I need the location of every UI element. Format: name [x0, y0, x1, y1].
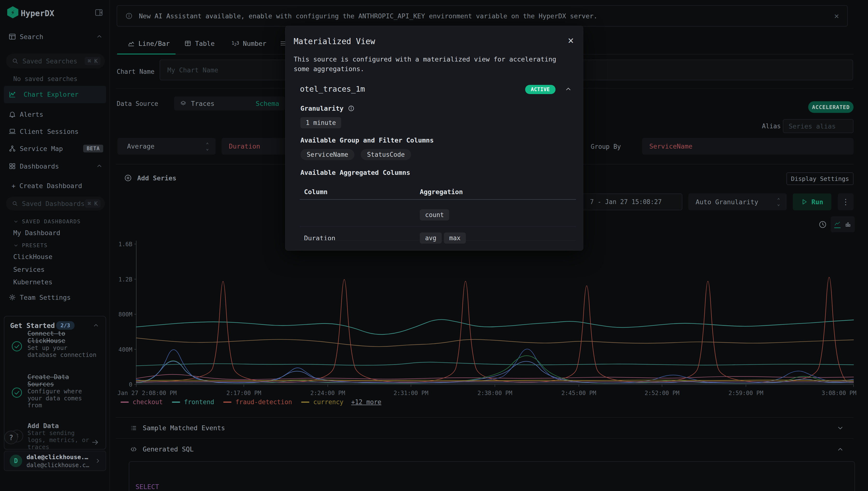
chart-type-toggle [831, 216, 855, 232]
sidebar-item-team-settings[interactable]: Team Settings [0, 290, 110, 305]
tab-line-bar[interactable]: Line/Bar [128, 36, 170, 51]
table-header-divider [300, 199, 576, 200]
legend-item[interactable]: fraud-detection [223, 398, 292, 406]
dashboards-icon [8, 162, 16, 170]
presets-group[interactable]: PRESETS [13, 242, 48, 249]
more-options-button[interactable]: ⋮ [838, 194, 854, 210]
timeseries-chart[interactable]: 1.6B1.2B800M400M0Jan 27 2:08:00 PM2:17:0… [113, 238, 858, 398]
help-button[interactable]: ? [4, 431, 18, 444]
sample-events-section[interactable]: Sample Matched Events [116, 418, 854, 438]
run-button[interactable]: Run [793, 194, 831, 210]
aggregation-value: Average [127, 143, 154, 150]
schema-link[interactable]: Schema [256, 100, 279, 107]
step-desc: traces [28, 443, 89, 451]
arrow-right-icon[interactable] [91, 438, 99, 446]
granularity-row: Granularity [300, 105, 354, 112]
svg-text:2:52:00 PM: 2:52:00 PM [645, 390, 680, 397]
data-source-select[interactable]: Traces Schema [174, 96, 285, 111]
line-chart-toggle-icon[interactable] [834, 221, 840, 228]
chevron-up-icon[interactable] [837, 446, 844, 453]
table-row: count [304, 205, 576, 226]
avatar: D [10, 455, 22, 467]
legend-item[interactable]: checkout [121, 398, 163, 406]
clock-icon[interactable] [818, 221, 827, 229]
sidebar-item-dashboards[interactable]: Dashboards [0, 158, 110, 174]
legend-item[interactable]: currency [301, 398, 343, 406]
service-map-label: Service Map [20, 145, 63, 152]
get-started-title: Get Started [10, 322, 55, 330]
sql-code-block[interactable]: SELECT AVG(toFloat64OrDefault (toString … [129, 461, 855, 491]
sidebar-item-alerts[interactable]: Alerts [0, 107, 110, 122]
banner-close-icon[interactable]: × [834, 11, 839, 21]
alias-placeholder: Series alias [789, 122, 836, 130]
group-by-input[interactable]: ServiceName [642, 138, 854, 154]
get-started-item[interactable]: Connect to ClickHouse Set up your databa… [28, 330, 96, 358]
column-pill: StatusCode [361, 149, 411, 160]
chevron-down-icon[interactable] [837, 425, 844, 432]
step-desc: Configure where [28, 388, 82, 395]
svg-text:0: 0 [129, 381, 132, 388]
generated-sql-section[interactable]: Generated SQL [116, 439, 854, 459]
generated-sql-label: Generated SQL [143, 445, 193, 453]
svg-text:2:17:00 PM: 2:17:00 PM [227, 390, 261, 397]
saved-searches-input[interactable]: Saved Searches ⌘ K [6, 54, 105, 68]
table-tab-icon [184, 40, 191, 47]
group-by-label: Group By [591, 143, 621, 150]
sidebar-item-preset-clickhouse[interactable]: ClickHouse [13, 253, 53, 260]
hyperdx-logo-icon: ⚡ [7, 6, 18, 18]
tab-label: Number [243, 40, 266, 47]
alias-input[interactable]: Series alias [783, 119, 854, 133]
tab-number[interactable]: 123 Number [232, 36, 266, 51]
data-source-value: Traces [191, 100, 215, 107]
saved-dashboards-input[interactable]: Saved Dashboards ⌘ K [6, 197, 105, 210]
chevron-up-icon[interactable] [93, 322, 99, 329]
sidebar-item-service-map[interactable]: Service Map BETA [0, 141, 110, 156]
alerts-label: Alerts [20, 111, 43, 118]
laptop-icon [8, 127, 16, 135]
check-circle-icon [10, 386, 23, 399]
chevron-up-icon[interactable] [96, 33, 103, 40]
user-email: dale@clickhouse.c… [27, 462, 89, 468]
chart-explorer-icon [8, 91, 16, 98]
saved-dashboards-group[interactable]: SAVED DASHBOARDS [13, 219, 81, 225]
sidebar-item-preset-kubernetes[interactable]: Kubernetes [13, 278, 53, 286]
search-section-label: Search [20, 33, 43, 40]
info-icon[interactable] [348, 105, 354, 112]
saved-dashboards-shortcut: ⌘ K [85, 199, 100, 208]
sidebar-item-chart-explorer[interactable]: Chart Explorer [4, 86, 106, 103]
svg-text:2:45:00 PM: 2:45:00 PM [561, 390, 596, 397]
add-series-button[interactable]: Add Series [124, 174, 177, 182]
sidebar-section-search[interactable]: Search [0, 29, 110, 45]
get-started-item[interactable]: Create Data Sources Configure where your… [28, 373, 82, 409]
sidebar-item-client-sessions[interactable]: Client Sessions [0, 124, 110, 139]
legend-swatch [223, 402, 232, 403]
accelerated-badge: ACCELERATED [808, 101, 854, 113]
table-header-column: Column [304, 188, 328, 196]
check-circle-icon [10, 340, 23, 353]
sidebar-item-preset-services[interactable]: Services [13, 266, 44, 273]
chevron-up-icon[interactable] [565, 85, 572, 93]
chevron-up-icon[interactable] [96, 163, 103, 170]
legend-more-link[interactable]: +12 more [351, 398, 382, 406]
legend-item[interactable]: frontend [172, 398, 214, 406]
display-settings-button[interactable]: Display Settings [786, 172, 854, 185]
sidebar-item-my-dashboard[interactable]: My Dashboard [13, 229, 60, 237]
bar-chart-toggle-icon[interactable] [845, 221, 851, 227]
create-dashboard-button[interactable]: + Create Dashboard [11, 182, 82, 190]
group-filter-pills: ServiceName StatusCode [300, 149, 411, 160]
granularity-label: Granularity [300, 105, 343, 112]
aggregation-select[interactable]: Average ⌃⌄ [117, 138, 215, 154]
step-title: Add Data [28, 422, 89, 430]
user-menu[interactable]: D dale@clickhouse.… dale@clickhouse.c… [4, 451, 106, 471]
chevron-right-icon [94, 458, 101, 464]
sidebar-collapse-icon[interactable] [94, 8, 103, 17]
modal-close-icon[interactable]: × [568, 36, 574, 45]
legend-label: fraud-detection [235, 398, 292, 406]
play-icon [801, 199, 808, 205]
chevron-down-icon [13, 219, 19, 224]
svg-text:1.2B: 1.2B [118, 276, 132, 283]
get-started-item[interactable]: Add Data Start sending logs, metrics, or… [28, 422, 89, 451]
granularity-select[interactable]: Auto Granularity ⌃⌄ [688, 194, 787, 210]
tab-table[interactable]: Table [184, 36, 215, 51]
legend-swatch [121, 402, 129, 403]
